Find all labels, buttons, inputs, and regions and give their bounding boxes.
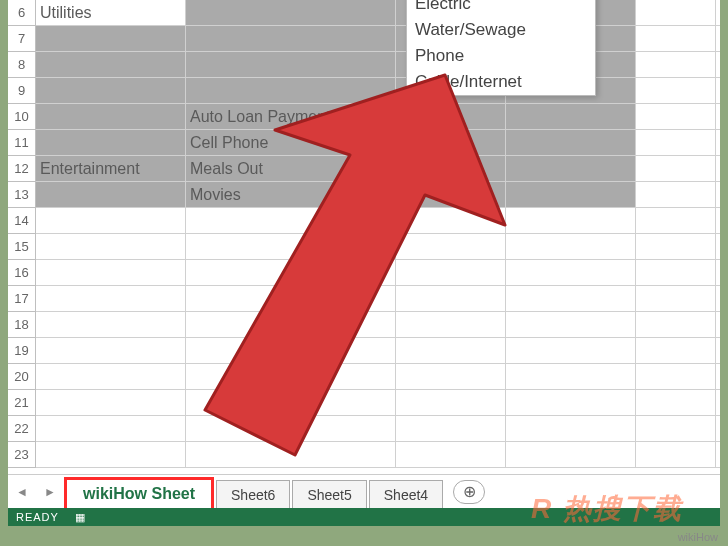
cell[interactable]: [636, 0, 716, 25]
cell[interactable]: [636, 338, 716, 363]
row-header[interactable]: 16: [8, 260, 36, 286]
row-header[interactable]: 20: [8, 364, 36, 390]
cell[interactable]: [506, 182, 636, 207]
cell[interactable]: [506, 130, 636, 155]
tab-nav-next[interactable]: ►: [36, 481, 64, 503]
cell[interactable]: [36, 442, 186, 467]
cell[interactable]: [36, 338, 186, 363]
cell[interactable]: [36, 208, 186, 233]
cell[interactable]: [36, 52, 186, 77]
highlight-arrow: [195, 65, 515, 485]
row-header[interactable]: 9: [8, 78, 36, 104]
row-header[interactable]: 7: [8, 26, 36, 52]
tab-nav-prev[interactable]: ◄: [8, 481, 36, 503]
row-header[interactable]: 6: [8, 0, 36, 26]
cell[interactable]: [636, 52, 716, 77]
cell[interactable]: Entertainment: [36, 156, 186, 181]
row-header[interactable]: 22: [8, 416, 36, 442]
cell[interactable]: [506, 286, 636, 311]
cell[interactable]: [506, 416, 636, 441]
macro-record-icon[interactable]: ▦: [75, 511, 86, 524]
row-header[interactable]: 13: [8, 182, 36, 208]
row-header[interactable]: 18: [8, 312, 36, 338]
cell[interactable]: [636, 156, 716, 181]
cell[interactable]: [636, 416, 716, 441]
sheet-tab-active[interactable]: wikiHow Sheet: [64, 477, 214, 508]
cell[interactable]: [636, 286, 716, 311]
cell[interactable]: [36, 416, 186, 441]
cell[interactable]: [506, 156, 636, 181]
cell[interactable]: [36, 104, 186, 129]
row-header[interactable]: 14: [8, 208, 36, 234]
row-header[interactable]: 11: [8, 130, 36, 156]
row-header[interactable]: 19: [8, 338, 36, 364]
cell[interactable]: [36, 390, 186, 415]
cell[interactable]: [636, 104, 716, 129]
cell[interactable]: [36, 234, 186, 259]
cell[interactable]: [636, 312, 716, 337]
cell[interactable]: [636, 260, 716, 285]
cell[interactable]: [506, 208, 636, 233]
row-header[interactable]: 8: [8, 52, 36, 78]
cell[interactable]: [636, 364, 716, 389]
cell[interactable]: [636, 234, 716, 259]
status-text: READY: [16, 511, 59, 523]
cell[interactable]: Utilities: [36, 0, 186, 25]
cell[interactable]: [636, 130, 716, 155]
table-row: Utilities: [36, 0, 720, 26]
cell[interactable]: [636, 182, 716, 207]
cell[interactable]: [506, 442, 636, 467]
attribution-watermark: wikiHow: [678, 531, 718, 543]
cell[interactable]: [36, 78, 186, 103]
cell[interactable]: [36, 286, 186, 311]
cell[interactable]: [36, 182, 186, 207]
cell[interactable]: [636, 26, 716, 51]
cell[interactable]: [186, 0, 396, 25]
cell[interactable]: [36, 260, 186, 285]
cell[interactable]: [506, 364, 636, 389]
cell[interactable]: [636, 78, 716, 103]
popup-item: Water/Sewage: [407, 17, 595, 43]
cell[interactable]: [506, 104, 636, 129]
cell[interactable]: [506, 338, 636, 363]
row-header[interactable]: 23: [8, 442, 36, 468]
cell[interactable]: [36, 26, 186, 51]
row-header[interactable]: 21: [8, 390, 36, 416]
cell[interactable]: [186, 26, 396, 51]
row-header[interactable]: 10: [8, 104, 36, 130]
row-header[interactable]: 15: [8, 234, 36, 260]
cell[interactable]: [36, 130, 186, 155]
table-row: [36, 26, 720, 52]
overlay-watermark: R 热搜下载: [531, 490, 683, 528]
cell[interactable]: [506, 260, 636, 285]
row-header[interactable]: 12: [8, 156, 36, 182]
cell[interactable]: [636, 442, 716, 467]
popup-item: Electric: [407, 0, 595, 17]
cell[interactable]: [506, 312, 636, 337]
cell[interactable]: [36, 312, 186, 337]
cell[interactable]: [506, 234, 636, 259]
row-header[interactable]: 17: [8, 286, 36, 312]
cell[interactable]: [636, 390, 716, 415]
cell[interactable]: [36, 364, 186, 389]
cell[interactable]: [506, 390, 636, 415]
cell[interactable]: [636, 208, 716, 233]
